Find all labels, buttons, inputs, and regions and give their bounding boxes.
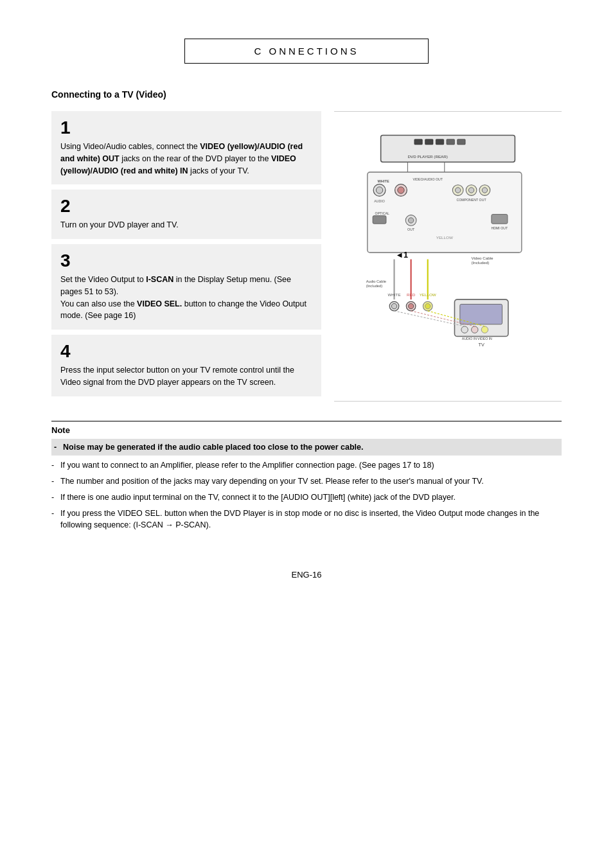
svg-text:COMPONENT OUT: COMPONENT OUT (456, 198, 486, 202)
svg-text:WHITE: WHITE (377, 179, 389, 183)
svg-point-52 (461, 326, 468, 333)
diagram-column: DVD PLAYER (REAR) WHITE AUDIO VIDEO/AUDI… (334, 111, 562, 402)
step-4-number: 4 (60, 342, 312, 360)
svg-text:TV: TV (479, 342, 484, 348)
svg-text:RED: RED (407, 292, 416, 297)
svg-rect-3 (436, 139, 444, 145)
svg-text:AUDIO IN: AUDIO IN (462, 337, 477, 341)
connection-diagram: DVD PLAYER (REAR) WHITE AUDIO VIDEO/AUDI… (341, 128, 555, 384)
step-1-number: 1 (60, 119, 312, 137)
svg-rect-50 (460, 305, 502, 324)
svg-text:(Included): (Included) (472, 260, 490, 265)
step-2-text: Turn on your DVD player and TV. (60, 219, 312, 231)
page-title: C ONNECTIONS (184, 39, 429, 64)
svg-text:WHITE: WHITE (387, 292, 400, 297)
svg-point-53 (472, 326, 478, 333)
svg-text:Audio Cable: Audio Cable (366, 280, 386, 284)
svg-rect-5 (458, 139, 466, 145)
svg-point-18 (468, 188, 474, 193)
svg-text:YELLOW: YELLOW (436, 236, 453, 240)
note-item-1: If you want to connect to an Amplifier, … (51, 459, 562, 472)
note-item-2: The number and position of the jacks may… (51, 475, 562, 488)
step-4-block: 4 Press the input selector button on you… (51, 335, 321, 396)
svg-text:OPTICAL: OPTICAL (375, 211, 389, 215)
note-item-highlight: Noise may be generated if the audio cabl… (51, 439, 562, 456)
svg-point-10 (376, 187, 382, 193)
note-item-3: If there is one audio input terminal on … (51, 492, 562, 504)
step-1-block: 1 Using Video/Audio cables, connect the … (51, 111, 321, 184)
step-2-block: 2 Turn on your DVD player and TV. (51, 190, 321, 239)
svg-rect-2 (425, 139, 434, 145)
svg-point-48 (425, 304, 431, 309)
svg-text:Video Cable: Video Cable (472, 256, 493, 260)
step-3-text: Set the Video Output to I-SCAN in the Di… (60, 274, 312, 322)
svg-rect-4 (447, 139, 455, 145)
svg-text:OUT: OUT (407, 227, 415, 231)
section-heading: Connecting to a TV (Video) (51, 89, 562, 100)
svg-text:VIDEO/AUDIO OUT: VIDEO/AUDIO OUT (413, 178, 443, 182)
svg-text:VIDEO IN: VIDEO IN (477, 337, 492, 341)
note-label: Note (51, 425, 562, 435)
svg-point-44 (391, 304, 396, 309)
step-2-number: 2 (60, 197, 312, 215)
svg-point-25 (408, 218, 413, 223)
svg-rect-23 (373, 216, 386, 224)
step-3-number: 3 (60, 252, 312, 270)
svg-text:AUDIO: AUDIO (374, 199, 384, 203)
svg-rect-27 (492, 215, 508, 224)
svg-rect-7 (368, 172, 522, 252)
svg-point-54 (481, 326, 488, 333)
svg-text:HDMI OUT: HDMI OUT (492, 226, 509, 230)
svg-point-46 (408, 304, 413, 309)
step-3-block: 3 Set the Video Output to I-SCAN in the … (51, 244, 321, 330)
note-item-4: If you press the VIDEO SEL. button when … (51, 508, 562, 532)
svg-text:◄1: ◄1 (396, 251, 408, 260)
svg-text:YELLOW: YELLOW (420, 292, 436, 297)
notes-section: Note Noise may be generated if the audio… (51, 421, 562, 532)
svg-point-16 (455, 188, 460, 193)
steps-column: 1 Using Video/Audio cables, connect the … (51, 111, 321, 402)
main-content: 1 Using Video/Audio cables, connect the … (51, 111, 562, 402)
page-footer: ENG-16 (51, 570, 562, 580)
step-4-text: Press the input selector button on your … (60, 364, 312, 389)
svg-text:DVD PLAYER (REAR): DVD PLAYER (REAR) (407, 154, 447, 159)
svg-point-13 (398, 187, 404, 193)
svg-point-20 (482, 188, 487, 193)
step-1-text: Using Video/Audio cables, connect the VI… (60, 141, 312, 177)
svg-text:(Included): (Included) (366, 285, 383, 288)
svg-line-57 (395, 311, 465, 326)
svg-rect-1 (414, 139, 423, 145)
